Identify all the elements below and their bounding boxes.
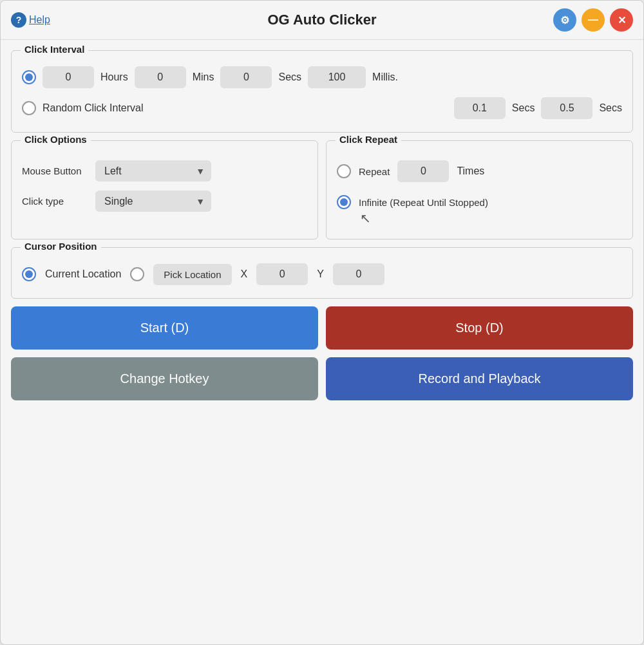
hours-input[interactable] <box>43 66 94 88</box>
main-window: ? Help OG Auto Clicker ⚙ — ✕ Click Inter… <box>0 0 644 645</box>
content: Click Interval Hours Mins Secs Millis. R… <box>1 40 643 644</box>
click-interval-title: Click Interval <box>21 44 88 55</box>
click-options-title: Click Options <box>21 134 91 145</box>
cursor-position-panel: Cursor Position Current Location Pick Lo… <box>11 247 633 299</box>
hours-label: Hours <box>100 71 128 83</box>
click-repeat-panel: Click Repeat Repeat Times Infinite (Repe… <box>326 140 633 239</box>
random-secs2-input[interactable] <box>541 97 592 119</box>
click-type-select-wrapper: Single Double ▼ <box>95 191 211 212</box>
y-label: Y <box>317 268 324 280</box>
x-input[interactable] <box>256 263 308 285</box>
repeat-label: Repeat <box>359 166 390 177</box>
repeat-radio[interactable] <box>337 164 351 178</box>
infinite-row: Infinite (Repeat Until Stopped) <box>337 195 622 209</box>
times-label: Times <box>457 165 484 177</box>
cursor-position-title: Cursor Position <box>21 241 101 252</box>
mins-input[interactable] <box>135 66 186 88</box>
random-label: Random Click Interval <box>43 102 144 114</box>
mouse-button-select-wrapper: Left Middle Right ▼ <box>95 160 211 182</box>
help-icon: ? <box>11 12 26 28</box>
secs-label: Secs <box>278 71 301 83</box>
start-button[interactable]: Start (D) <box>11 306 318 350</box>
interval-row-2: Random Click Interval Secs Secs <box>22 97 622 119</box>
cursor-row: Current Location Pick Location X Y <box>22 263 622 285</box>
random-secs1-label: Secs <box>512 102 535 114</box>
pick-location-button[interactable]: Pick Location <box>153 264 231 285</box>
mouse-button-row: Mouse Button Left Middle Right ▼ <box>22 160 307 182</box>
close-icon: ✕ <box>618 14 626 26</box>
repeat-times-input[interactable] <box>397 160 449 182</box>
click-interval-panel: Click Interval Hours Mins Secs Millis. R… <box>11 50 633 133</box>
current-location-radio[interactable] <box>22 267 36 281</box>
interval-row-1: Hours Mins Secs Millis. <box>22 66 622 88</box>
action-row-2: Change Hotkey Record and Playback <box>11 357 633 400</box>
random-interval-radio[interactable] <box>22 101 36 115</box>
infinite-label: Infinite (Repeat Until Stopped) <box>359 197 488 208</box>
stop-button[interactable]: Stop (D) <box>326 306 633 350</box>
minimize-icon: — <box>588 14 598 26</box>
window-controls: ⚙ — ✕ <box>553 8 633 32</box>
minimize-button[interactable]: — <box>582 8 605 32</box>
current-location-label: Current Location <box>45 268 121 280</box>
mins-label: Mins <box>193 71 214 83</box>
titlebar: ? Help OG Auto Clicker ⚙ — ✕ <box>1 1 643 40</box>
interval-radio-selected[interactable] <box>22 70 36 84</box>
click-type-row: Click type Single Double ▼ <box>22 191 307 212</box>
middle-panels: Click Options Mouse Button Left Middle R… <box>11 140 633 239</box>
y-input[interactable] <box>333 263 384 285</box>
click-options-panel: Click Options Mouse Button Left Middle R… <box>11 140 318 239</box>
settings-icon: ⚙ <box>560 14 569 26</box>
cursor-icon: ↖ <box>360 211 371 225</box>
millis-label: Millis. <box>372 71 398 83</box>
change-hotkey-button[interactable]: Change Hotkey <box>11 357 318 400</box>
mouse-button-label: Mouse Button <box>22 165 86 176</box>
click-type-select[interactable]: Single Double <box>95 191 211 212</box>
settings-button[interactable]: ⚙ <box>553 8 576 32</box>
app-title: OG Auto Clicker <box>267 12 376 28</box>
action-row-1: Start (D) Stop (D) <box>11 306 633 350</box>
random-secs1-input[interactable] <box>454 97 506 119</box>
infinite-radio[interactable] <box>337 195 351 209</box>
pick-location-radio[interactable] <box>130 267 144 281</box>
secs-input[interactable] <box>220 66 272 88</box>
click-type-label: Click type <box>22 196 86 207</box>
help-link[interactable]: ? Help <box>11 12 50 28</box>
millis-input[interactable] <box>308 66 366 88</box>
click-repeat-title: Click Repeat <box>336 134 401 145</box>
close-button[interactable]: ✕ <box>610 8 633 32</box>
record-playback-button[interactable]: Record and Playback <box>326 357 633 400</box>
random-secs2-label: Secs <box>599 102 622 114</box>
help-label: Help <box>29 14 50 26</box>
repeat-row: Repeat Times <box>337 160 622 182</box>
mouse-button-select[interactable]: Left Middle Right <box>95 160 211 182</box>
x-label: X <box>241 268 248 280</box>
